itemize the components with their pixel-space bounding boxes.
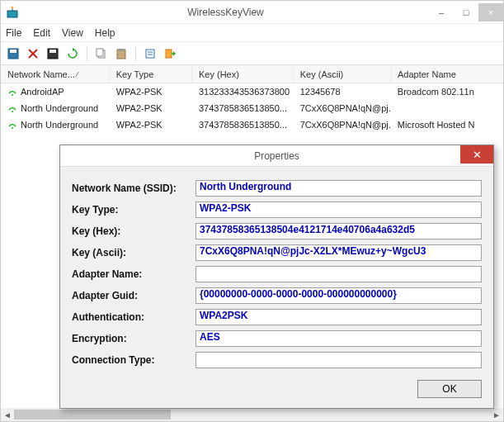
dialog-footer: OK [60,377,493,408]
cell-ascii: 7CxX6Q8PNA!qN@pj... [294,100,391,116]
col-key-type[interactable]: Key Type [110,65,192,83]
col-key-ascii[interactable]: Key (Ascii) [294,65,391,83]
label-ssid: Network Name (SSID): [72,183,195,194]
scroll-left-icon[interactable]: ◄ [1,408,14,421]
properties-dialog: Properties ✕ Network Name (SSID):North U… [59,145,494,409]
cell-hex: 3743785836513850... [192,100,294,116]
scroll-thumb[interactable] [14,410,171,420]
svg-point-18 [12,111,13,112]
svg-point-2 [12,6,14,8]
label-enc: Encryption: [72,333,195,344]
svg-rect-4 [10,50,16,53]
svg-rect-10 [97,49,103,56]
svg-point-19 [12,127,13,129]
cell-hex: 3132333435363738​00 [192,83,294,100]
field-type[interactable]: WPA2-PSK [195,202,482,218]
svg-rect-16 [166,50,172,58]
horizontal-scrollbar[interactable]: ◄ ► [1,408,503,421]
cell-ascii: 12345678 [294,83,391,100]
field-conn[interactable] [195,352,482,368]
close-icon: ✕ [473,149,482,161]
separator [87,46,87,61]
label-ascii: Key (Ascii): [72,247,195,258]
menubar: File Edit View Help [1,24,503,42]
delete-icon[interactable] [26,46,40,61]
cell-ascii: 7CxX6Q8PNA!qN@pj... [294,116,391,133]
cell-adapter: Broadcom 802.11n [391,83,503,100]
svg-rect-8 [49,50,56,53]
wifi-icon [7,120,17,130]
scroll-right-icon[interactable]: ► [490,408,503,421]
properties-icon[interactable] [143,46,158,61]
svg-rect-13 [146,50,154,58]
exit-icon[interactable] [163,46,177,61]
window-title: WirelessKeyView [22,7,429,18]
menu-edit[interactable]: Edit [33,27,50,39]
separator [135,46,136,61]
svg-point-17 [12,94,13,96]
window-buttons: – □ × [429,3,503,21]
cell-type: WPA2-PSK [110,100,192,116]
wifi-icon [7,87,17,97]
cell-type: WPA2-PSK [110,116,192,133]
label-guid: Adapter Guid: [72,290,195,301]
label-hex: Key (Hex): [72,225,195,237]
paste-icon[interactable] [114,46,129,61]
scroll-track[interactable] [14,408,490,421]
field-guid[interactable]: {00000000-0000-0000-0000-000000000000} [195,287,482,304]
minimize-button[interactable]: – [429,3,454,21]
field-enc[interactable]: AES [195,330,482,347]
table-row[interactable]: North Underground WPA2-PSK 3743785836513… [1,116,503,133]
field-adapter[interactable] [195,266,482,282]
table-row[interactable]: North Underground WPA2-PSK 3743785836513… [1,100,503,116]
close-button[interactable]: × [478,3,503,21]
cell-name: North Underground [21,103,98,113]
menu-file[interactable]: File [6,27,21,39]
cell-type: WPA2-PSK [110,83,192,100]
label-type: Key Type: [72,204,195,216]
field-auth[interactable]: WPA2PSK [195,309,482,325]
field-ascii[interactable]: 7CxX6Q8PNA!qN@pjJc-X2LX*MEwuz+y~WgcU3 [195,244,482,261]
ok-button[interactable]: OK [417,380,482,398]
menu-view[interactable]: View [62,27,83,39]
cell-name: North Underground [21,120,98,130]
refresh-icon[interactable] [65,46,80,61]
col-label: Network Name... [7,69,75,79]
toolbar [1,42,503,65]
dialog-title: Properties [254,150,299,162]
save-all-icon[interactable] [45,46,60,61]
list-header: Network Name...⁄ Key Type Key (Hex) Key … [1,65,503,83]
label-auth: Authentication: [72,311,195,323]
col-adapter[interactable]: Adapter Name [391,65,503,83]
label-conn: Connection Type: [72,354,195,366]
svg-rect-0 [7,11,17,17]
wifi-icon [7,103,17,113]
field-hex[interactable]: 37437858365138504e4121714e40706a4a632d5 [195,223,482,239]
titlebar: WirelessKeyView – □ × [1,1,503,24]
copy-icon[interactable] [94,46,109,61]
menu-help[interactable]: Help [95,27,115,39]
dialog-body: Network Name (SSID):North Underground Ke… [60,167,493,377]
field-ssid[interactable]: North Underground [195,180,482,197]
sort-indicator: ⁄ [77,70,78,78]
maximize-button[interactable]: □ [454,3,478,21]
app-icon [6,6,19,19]
cell-name: AndroidAP [21,87,64,97]
dialog-titlebar: Properties ✕ [60,145,493,167]
save-icon[interactable] [6,46,21,61]
list-body: AndroidAP WPA2-PSK 3132333435363738​00 1… [1,83,503,133]
table-row[interactable]: AndroidAP WPA2-PSK 3132333435363738​00 1… [1,83,503,100]
cell-hex: 3743785836513850... [192,116,294,133]
label-adapter: Adapter Name: [72,268,195,280]
cell-adapter [391,100,503,116]
col-key-hex[interactable]: Key (Hex) [192,65,294,83]
cell-adapter: Microsoft Hosted N [391,116,503,133]
dialog-close-button[interactable]: ✕ [460,145,493,164]
col-network-name[interactable]: Network Name...⁄ [1,65,110,83]
svg-rect-12 [119,49,124,51]
